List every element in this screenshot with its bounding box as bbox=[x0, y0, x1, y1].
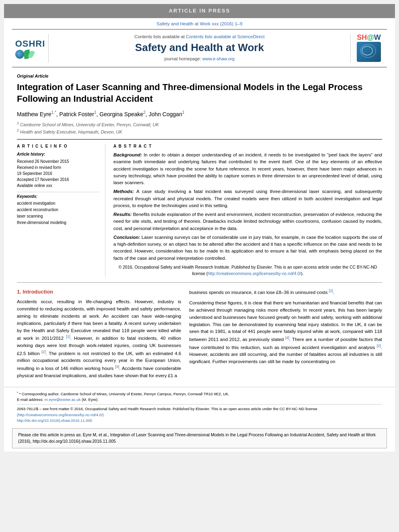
received-date: Received 26 November 2015 bbox=[17, 158, 99, 164]
doi-link[interactable]: http://dx.doi.org/10.1016/j.shaw.2016.11… bbox=[17, 418, 92, 423]
ref2b[interactable]: [2] bbox=[329, 289, 333, 293]
issn-line: 2093-7911/$ – see front matter © 2016, O… bbox=[17, 406, 382, 418]
ref2[interactable]: [2] bbox=[41, 350, 45, 354]
email-note: (M. Eyre). bbox=[82, 397, 99, 402]
shaw-logo-area: SH@W bbox=[351, 34, 387, 63]
sciencedirect-link[interactable]: Contents lists available at ScienceDirec… bbox=[186, 34, 265, 39]
journal-ref-text: Safety and Health at Work xxx (2016) 1–9 bbox=[156, 21, 242, 26]
license-link[interactable]: http://creativecommons.org/licenses/by-n… bbox=[208, 271, 301, 276]
abstract-header: A B S T R A C T bbox=[113, 144, 382, 150]
journal-homepage-line: journal homepage: www.e-shaw.org bbox=[53, 56, 346, 62]
journal-header: OSHRI Contents lists available at Conten… bbox=[12, 29, 387, 68]
email-link[interactable]: m.eyre@exeter.ac.uk bbox=[45, 397, 81, 402]
intro-body-left: Accidents occur, resulting in life-chang… bbox=[17, 298, 181, 379]
page: ARTICLE IN PRESS Safety and Health at Wo… bbox=[4, 4, 395, 452]
citation-text: Please cite this article in press as: Ey… bbox=[18, 432, 376, 444]
history-label: Article history: bbox=[17, 152, 99, 158]
oshri-logo-area: OSHRI bbox=[12, 34, 48, 63]
keyword-1: accident investigation bbox=[17, 200, 99, 207]
journal-title: Safety and Health at Work bbox=[53, 41, 346, 54]
intro-section-title-text: Introduction bbox=[23, 289, 53, 295]
content-right-col: business spends on insurance, it can los… bbox=[189, 288, 382, 382]
background-label: Background: bbox=[113, 152, 142, 157]
results-para: Results: Benefits include explanation of… bbox=[113, 211, 382, 232]
intro-section-title: 1. Introduction bbox=[17, 288, 181, 296]
results-text: Benefits include explanation of the even… bbox=[113, 212, 382, 231]
intro-para2: business spends on insurance, it can los… bbox=[189, 288, 382, 296]
methods-text: A case study involving a fatal incident … bbox=[113, 189, 382, 208]
keyword-3: laser scanning bbox=[17, 213, 99, 220]
aip-banner-text: ARTICLE IN PRESS bbox=[169, 8, 230, 14]
info-abstract-section: A R T I C L E I N F O Article history: R… bbox=[17, 139, 382, 277]
author4-name: John Coggan bbox=[149, 111, 182, 117]
footer-area: * * Corresponding author. Camborne Schoo… bbox=[4, 387, 395, 425]
author3-name: Georgina Speake bbox=[99, 111, 143, 117]
abstract-copyright: © 2016, Occupational Safety and Health R… bbox=[113, 264, 382, 277]
author2-super: 1 bbox=[94, 110, 97, 115]
affil1-super: 1 bbox=[17, 121, 19, 125]
author3-super: 2 bbox=[143, 110, 146, 115]
corresponding-note-text: * Corresponding author. Camborne School … bbox=[19, 392, 230, 396]
affil2-text: Health and Safety Executive, Haymauth, D… bbox=[20, 129, 122, 134]
methods-para: Methods: A case study involving a fatal … bbox=[113, 188, 382, 209]
email-line: E-mail address: m.eyre@exeter.ac.uk (M. … bbox=[17, 397, 382, 403]
ref3[interactable]: [3] bbox=[115, 365, 119, 369]
author1-name: Matthew Eyre bbox=[17, 111, 51, 117]
results-label: Results: bbox=[113, 212, 132, 217]
keyword-4: three-dimensional modeling bbox=[17, 220, 99, 226]
ref1[interactable]: [1] bbox=[66, 335, 70, 339]
journal-title-area: Contents lists available at Contents lis… bbox=[48, 34, 351, 63]
article-info-column: A R T I C L E I N F O Article history: R… bbox=[17, 144, 105, 277]
email-label: E-mail address: bbox=[17, 397, 43, 402]
article-title: Integration of Laser Scanning and Three-… bbox=[17, 82, 382, 105]
article-history: Article history: Received 26 November 20… bbox=[17, 152, 99, 189]
author4-super: 1 bbox=[182, 110, 185, 115]
background-text: In order to obtain a deeper understandin… bbox=[113, 152, 382, 185]
main-content: 1. Introduction Accidents occur, resulti… bbox=[17, 282, 382, 382]
ref2c[interactable]: [2] bbox=[377, 344, 381, 348]
available-online: Available online xxx bbox=[17, 183, 99, 189]
conclusion-text: Laser scanning surveys can be of conside… bbox=[113, 235, 382, 261]
abstract-text: Background: In order to obtain a deeper … bbox=[113, 152, 382, 277]
author2-name: Patrick Foster bbox=[60, 111, 94, 117]
keywords-label: Keywords: bbox=[17, 194, 99, 200]
affiliations: 1 Camborne School of Mines, University o… bbox=[17, 121, 382, 135]
accepted-date: Accepted 17 November 2016 bbox=[17, 177, 99, 183]
article-info-header: A R T I C L E I N F O bbox=[17, 144, 99, 150]
corresponding-author-note: * * Corresponding author. Camborne Schoo… bbox=[17, 390, 382, 397]
revised-date: Received in revised form19 September 201… bbox=[17, 164, 99, 177]
intro-body-right: business spends on insurance, it can los… bbox=[189, 288, 382, 366]
background-para: Background: In order to obtain a deeper … bbox=[113, 152, 382, 186]
keyword-2: accident reconstruction bbox=[17, 207, 99, 213]
author1-super: 1,* bbox=[51, 110, 56, 115]
methods-label: Methods: bbox=[113, 189, 134, 194]
ref4[interactable]: [4] bbox=[285, 336, 289, 340]
content-left-col: 1. Introduction Accidents occur, resulti… bbox=[17, 288, 181, 382]
issn-text: 2093-7911/$ – see front matter © 2016, O… bbox=[17, 407, 317, 411]
citation-box: Please cite this article in press as: Ey… bbox=[12, 428, 387, 448]
authors-line: Matthew Eyre1,*, Patrick Foster1, Georgi… bbox=[17, 110, 382, 118]
journal-url[interactable]: www.e-shaw.org bbox=[202, 56, 234, 61]
logo-circle bbox=[15, 50, 24, 59]
intro-section-number: 1. bbox=[17, 289, 21, 295]
article-type-label: Original Article bbox=[17, 73, 382, 80]
abstract-column: A B S T R A C T Background: In order to … bbox=[113, 144, 382, 277]
article-body: Original Article Integration of Laser Sc… bbox=[4, 73, 395, 383]
conclusion-label: Conclusion: bbox=[113, 235, 140, 240]
conclusion-para: Conclusion: Laser scanning surveys can b… bbox=[113, 234, 382, 262]
contents-available-line: Contents lists available at Contents lis… bbox=[53, 34, 346, 40]
affil1-text: Camborne School of Mines, University of … bbox=[20, 122, 159, 127]
affil2-super: 2 bbox=[17, 128, 19, 132]
intro-para3: Considering these figures, it is clear t… bbox=[189, 300, 382, 366]
keywords-section: Keywords: accident investigation acciden… bbox=[17, 194, 99, 226]
oshri-text: OSHRI bbox=[15, 39, 45, 49]
intro-para1: Accidents occur, resulting in life-chang… bbox=[17, 298, 181, 379]
homepage-label: journal homepage: bbox=[165, 56, 201, 61]
license-url-footer[interactable]: (http://creativecommons.org/licenses/by-… bbox=[17, 413, 105, 417]
aip-banner: ARTICLE IN PRESS bbox=[4, 4, 395, 18]
journal-ref: Safety and Health at Work xxx (2016) 1–9 bbox=[4, 18, 395, 29]
doi-line: http://dx.doi.org/10.1016/j.shaw.2016.11… bbox=[17, 418, 382, 423]
